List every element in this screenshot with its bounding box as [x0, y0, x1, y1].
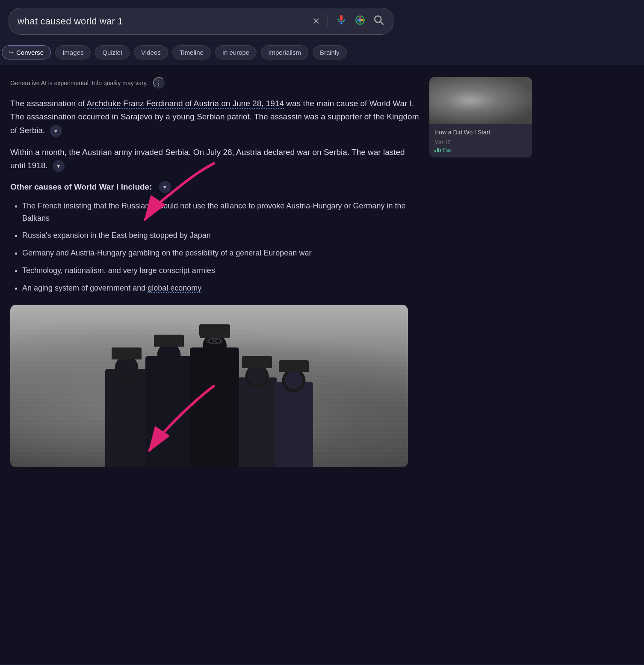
- chip-videos[interactable]: Videos: [134, 45, 168, 59]
- search-query-text: what caused world war 1: [18, 16, 312, 27]
- chip-imperialism[interactable]: Imperialism: [261, 45, 308, 59]
- bar-1: [434, 150, 436, 152]
- chip-timeline[interactable]: Timeline: [172, 45, 211, 59]
- search-bar: what caused world war 1 ✕: [9, 8, 393, 35]
- chip-in-europe-label: In europe: [222, 49, 249, 56]
- chip-timeline-label: Timeline: [180, 49, 204, 56]
- right-card-source-text: Fac: [443, 147, 452, 153]
- cause-5-global-economy-link[interactable]: global economy: [148, 284, 201, 293]
- right-card[interactable]: How a Did Wo I Start Mar 12, Fac: [429, 77, 532, 157]
- ai-banner: Generative AI is experimental. Info qual…: [10, 77, 421, 89]
- chip-converse[interactable]: ↪ Converse: [2, 45, 51, 59]
- para2-expand-button[interactable]: ▾: [53, 160, 65, 172]
- ai-paragraph-2: Within a month, the Austrian army invade…: [10, 145, 421, 172]
- icon-divider: [328, 15, 328, 27]
- bar-3: [440, 149, 441, 152]
- chip-imperialism-label: Imperialism: [268, 49, 301, 56]
- right-card-body: How a Did Wo I Start Mar 12, Fac: [429, 124, 532, 157]
- converse-arrow-icon: ↪: [9, 49, 14, 56]
- cause-2-text: Russia's expansion in the East being sto…: [22, 231, 211, 240]
- cause-item-1: The French insisting that the Russians s…: [22, 200, 421, 225]
- filter-chips-area: ↪ Converse Images Quizlet Videos Timelin…: [0, 41, 644, 65]
- chip-converse-label: Converse: [16, 49, 44, 56]
- chip-brainly[interactable]: Brainly: [313, 45, 347, 59]
- microphone-button[interactable]: [336, 14, 347, 28]
- right-card-title-text: How a Did Wo I Start: [434, 129, 490, 136]
- search-button[interactable]: [373, 15, 384, 28]
- google-lens-button[interactable]: [354, 15, 366, 28]
- other-causes-heading: Other causes of World War I include: ▾: [10, 181, 421, 193]
- chip-videos-label: Videos: [141, 49, 161, 56]
- lens-icon: [354, 15, 366, 26]
- other-causes-text: Other causes of World War I include:: [10, 182, 152, 192]
- svg-line-6: [380, 21, 383, 24]
- chip-in-europe[interactable]: In europe: [215, 45, 257, 59]
- causes-list: The French insisting that the Russians s…: [10, 200, 421, 294]
- cause-item-3: Germany and Austria-Hungary gambling on …: [22, 247, 421, 259]
- left-column: Generative AI is experimental. Info qual…: [10, 77, 421, 664]
- clear-button[interactable]: ✕: [312, 16, 320, 27]
- para1-archduke-link[interactable]: Archduke Franz Ferdinand of Austria on J…: [87, 99, 284, 109]
- para2-text: Within a month, the Austrian army invade…: [10, 148, 405, 170]
- other-causes-expand-button[interactable]: ▾: [159, 181, 171, 193]
- microphone-icon: [336, 14, 347, 25]
- google-search-icon: [373, 15, 384, 26]
- search-bar-area: what caused world war 1 ✕: [0, 0, 644, 41]
- chip-brainly-label: Brainly: [320, 49, 340, 56]
- right-card-title: How a Did Wo I Start: [434, 128, 527, 137]
- ai-banner-text: Generative AI is experimental. Info qual…: [10, 80, 148, 86]
- cause-3-text: Germany and Austria-Hungary gambling on …: [22, 249, 311, 257]
- ai-menu-button[interactable]: ⋮: [153, 77, 165, 89]
- ai-paragraph-1: The assassination of Archduke Franz Ferd…: [10, 97, 421, 137]
- cause-1-text: The French insisting that the Russians s…: [22, 202, 405, 223]
- svg-rect-0: [340, 15, 343, 21]
- source-bars-icon: [434, 148, 441, 152]
- chip-images[interactable]: Images: [55, 45, 91, 59]
- main-content: Generative AI is experimental. Info qual…: [0, 65, 644, 664]
- right-card-date: Mar 12,: [434, 140, 527, 145]
- chip-quizlet-label: Quizlet: [102, 49, 122, 56]
- soldiers-silhouette: [10, 330, 408, 467]
- right-card-date-text: Mar 12,: [434, 140, 452, 145]
- chip-quizlet[interactable]: Quizlet: [95, 45, 130, 59]
- chip-images-label: Images: [62, 49, 83, 56]
- cause-item-4: Technology, nationalism, and very large …: [22, 264, 421, 277]
- bottom-soldiers-image: [10, 305, 408, 467]
- right-card-image: [429, 77, 532, 124]
- filter-chips-list: ↪ Converse Images Quizlet Videos Timelin…: [2, 45, 635, 59]
- cause-item-2: Russia's expansion in the East being sto…: [22, 229, 421, 242]
- search-icons: ✕: [312, 14, 384, 28]
- bar-2: [437, 148, 439, 152]
- cause-item-5: An aging system of government and global…: [22, 282, 421, 294]
- right-column: How a Did Wo I Start Mar 12, Fac: [429, 77, 532, 664]
- cause-4-text: Technology, nationalism, and very large …: [22, 266, 215, 275]
- para1-expand-button[interactable]: ▾: [50, 125, 62, 137]
- right-card-source: Fac: [434, 147, 527, 153]
- para1-part1: The assassination of: [10, 99, 87, 108]
- cause-5-text: An aging system of government and: [22, 284, 148, 292]
